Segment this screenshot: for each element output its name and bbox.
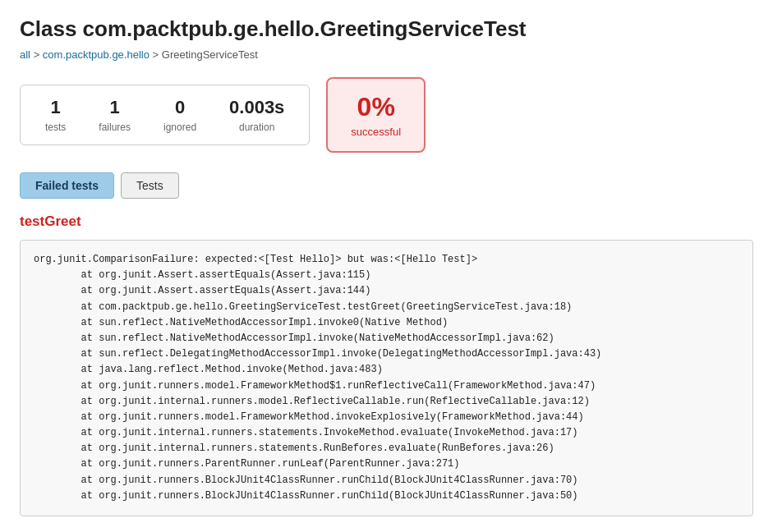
stats-row: 1 tests 1 failures 0 ignored 0.003s dura… <box>20 77 753 153</box>
stat-failures: 1 failures <box>99 97 131 133</box>
tab-tests[interactable]: Tests <box>121 172 179 199</box>
ignored-value: 0 <box>175 97 185 118</box>
success-label: successful <box>351 126 401 138</box>
breadcrumb-sep1: > <box>30 48 43 61</box>
stat-tests: 1 tests <box>45 97 66 133</box>
breadcrumb-all-link[interactable]: all <box>20 48 30 61</box>
failed-test-name: testGreet <box>20 213 753 230</box>
stat-duration: 0.003s duration <box>229 97 284 133</box>
stat-ignored: 0 ignored <box>163 97 196 133</box>
duration-label: duration <box>239 122 274 133</box>
stats-box: 1 tests 1 failures 0 ignored 0.003s dura… <box>20 85 310 145</box>
breadcrumb-package-link[interactable]: com.packtpub.ge.hello <box>43 48 150 61</box>
duration-value: 0.003s <box>229 97 284 118</box>
success-percent: 0% <box>357 92 395 122</box>
breadcrumb: all > com.packtpub.ge.hello > GreetingSe… <box>20 48 753 61</box>
failures-label: failures <box>99 122 131 133</box>
tests-label: tests <box>45 122 66 133</box>
stacktrace-box: org.junit.ComparisonFailure: expected:<[… <box>20 240 753 516</box>
ignored-label: ignored <box>163 122 196 133</box>
tests-value: 1 <box>51 97 61 118</box>
success-box: 0% successful <box>326 77 426 153</box>
page-title: Class com.packtpub.ge.hello.GreetingServ… <box>20 16 753 42</box>
tab-failed-tests[interactable]: Failed tests <box>20 172 114 199</box>
tabs-row: Failed tests Tests <box>20 172 753 199</box>
breadcrumb-sep2: > <box>150 48 162 61</box>
breadcrumb-current: GreetingServiceTest <box>162 48 258 61</box>
failures-value: 1 <box>110 97 120 118</box>
